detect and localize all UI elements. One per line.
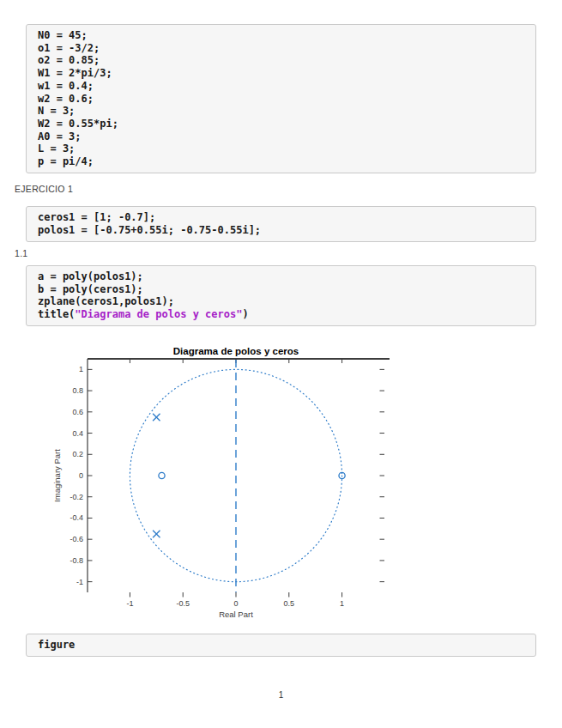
x-tick-label: 0.5 bbox=[284, 599, 295, 608]
x-tick-label: 1 bbox=[340, 599, 344, 608]
code-string-literal: "Diagrama de polos y ceros" bbox=[75, 308, 242, 320]
y-tick-label: -1 bbox=[76, 578, 83, 586]
y-tick-label: -0.6 bbox=[69, 535, 83, 543]
y-tick-label: -0.4 bbox=[69, 513, 83, 522]
code-line: zplane(ceros1,polos1); bbox=[38, 295, 530, 308]
y-tick-label: -0.8 bbox=[69, 556, 83, 565]
y-axis-label: Imaginary Part bbox=[52, 449, 62, 502]
code-line: w2 = 0.6; bbox=[38, 93, 530, 106]
code-text: title( bbox=[38, 308, 75, 320]
y-tick-label: 0.2 bbox=[72, 450, 83, 458]
code-block-plot-commands: a = poly(polos1);b = poly(ceros1);zplane… bbox=[26, 265, 536, 326]
y-tick-label: 0.4 bbox=[72, 429, 83, 438]
pole-zero-chart: -1-0.500.5110.80.60.40.20-0.2-0.4-0.6-0.… bbox=[51, 343, 412, 631]
code-line-title-call: title("Diagrama de polos y ceros") bbox=[38, 308, 530, 321]
code-line: p = pi/4; bbox=[38, 155, 530, 168]
code-line: a = poly(polos1); bbox=[38, 270, 530, 283]
y-tick-label: 0 bbox=[79, 471, 83, 480]
code-line: polos1 = [-0.75+0.55i; -0.75-0.55i]; bbox=[38, 224, 530, 237]
code-line: A0 = 3; bbox=[38, 130, 530, 143]
x-axis-label: Real Part bbox=[219, 610, 253, 619]
y-tick-label: 1 bbox=[79, 365, 83, 373]
code-lines: a = poly(polos1);b = poly(ceros1);zplane… bbox=[38, 270, 530, 308]
section-heading-ejercicio: EJERCICIO 1 bbox=[15, 184, 73, 194]
y-tick-label: -0.2 bbox=[69, 493, 83, 501]
document-page: N0 = 45;o1 = -3/2;o2 = 0.85;W1 = 2*pi/3;… bbox=[0, 0, 562, 728]
code-line: W2 = 0.55*pi; bbox=[38, 118, 530, 130]
code-line: N = 3; bbox=[38, 105, 530, 118]
code-line: w1 = 0.4; bbox=[38, 80, 530, 93]
code-line: W1 = 2*pi/3; bbox=[38, 67, 530, 80]
zero-marker bbox=[159, 472, 165, 478]
y-tick-label: 0.6 bbox=[72, 408, 83, 416]
code-text: ) bbox=[242, 308, 248, 320]
x-tick-label: 0 bbox=[233, 599, 238, 608]
x-tick-label: -1 bbox=[126, 599, 133, 608]
chart-title: Diagrama de polos y ceros bbox=[173, 346, 299, 356]
zplane-figure: -1-0.500.5110.80.60.40.20-0.2-0.4-0.6-0.… bbox=[51, 343, 412, 631]
code-block-parameters: N0 = 45;o1 = -3/2;o2 = 0.85;W1 = 2*pi/3;… bbox=[26, 24, 536, 173]
code-line: N0 = 45; bbox=[38, 29, 530, 42]
code-line: o2 = 0.85; bbox=[38, 54, 530, 67]
code-line: ceros1 = [1; -0.7]; bbox=[38, 211, 530, 224]
x-tick-label: -0.5 bbox=[176, 599, 190, 608]
code-block-figure: figure bbox=[26, 634, 536, 657]
code-block-definitions: ceros1 = [1; -0.7];polos1 = [-0.75+0.55i… bbox=[26, 206, 536, 242]
page-number: 1 bbox=[0, 690, 562, 700]
code-line: L = 3; bbox=[38, 143, 530, 155]
section-heading-subsection: 1.1 bbox=[15, 248, 28, 258]
y-tick-label: 0.8 bbox=[72, 386, 83, 395]
code-line: figure bbox=[38, 639, 530, 652]
code-line: o1 = -3/2; bbox=[38, 42, 530, 55]
code-line: b = poly(ceros1); bbox=[38, 283, 530, 296]
